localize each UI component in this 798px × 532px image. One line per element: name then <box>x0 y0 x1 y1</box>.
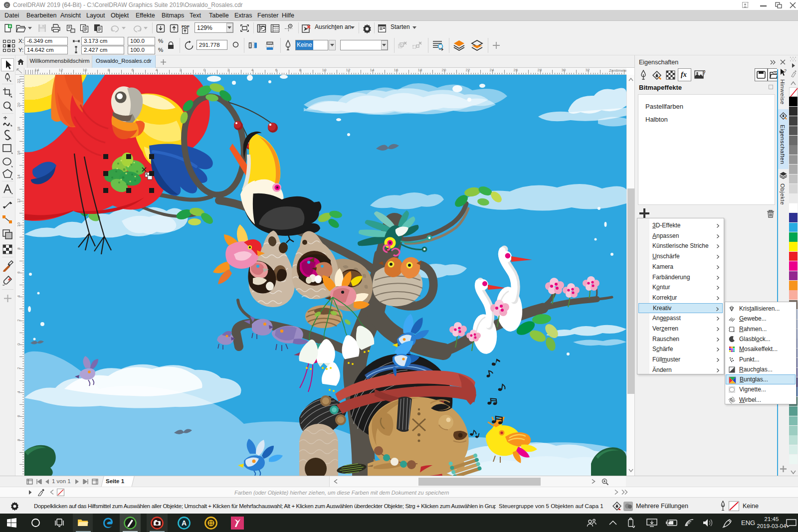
svg-text:C: C <box>5 3 8 7</box>
svg-text:?: ? <box>703 70 705 75</box>
svg-text:A: A <box>182 519 187 527</box>
svg-text:?: ? <box>784 68 787 73</box>
